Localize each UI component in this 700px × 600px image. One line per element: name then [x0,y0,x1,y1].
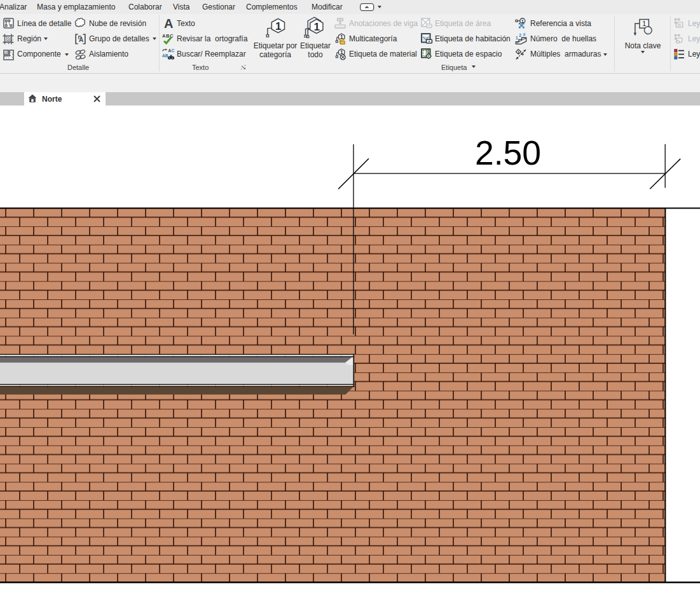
svg-text:3: 3 [523,33,526,36]
svg-text:2: 2 [519,33,521,38]
svg-text:A: A [79,36,83,43]
svg-text:1: 1 [516,36,518,40]
svg-text:1: 1 [275,20,281,32]
svg-text:C: C [172,48,175,53]
svg-text:1: 1 [313,21,319,33]
svg-text:AB: AB [162,53,168,58]
svg-text:2.50: 2.50 [475,134,541,172]
svg-text:1: 1 [642,20,646,27]
